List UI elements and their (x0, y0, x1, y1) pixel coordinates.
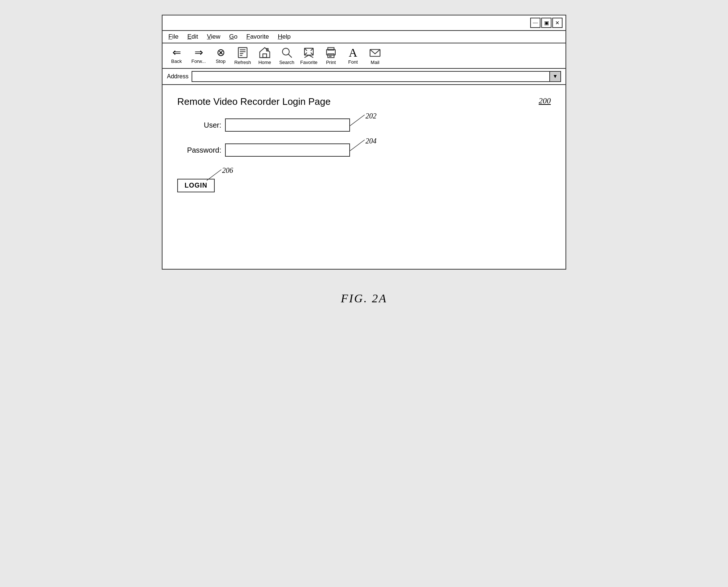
close-icon: ✕ (555, 20, 560, 26)
mail-button[interactable]: Mail (365, 46, 385, 65)
svg-point-9 (282, 48, 289, 55)
home-label: Home (258, 60, 271, 65)
refresh-button[interactable]: Refresh (233, 46, 252, 65)
content-area: Remote Video Recorder Login Page 200 Use… (163, 85, 565, 269)
stop-button[interactable]: ⊗ Stop (211, 47, 230, 64)
page-title: Remote Video Recorder Login Page (177, 96, 331, 107)
toolbar: ⇐ Back ⇒ Forw... ⊗ Stop Refresh (163, 43, 565, 69)
forward-label: Forw... (191, 58, 206, 64)
print-icon (325, 46, 337, 59)
svg-line-10 (288, 54, 292, 57)
user-ref-label: 202 (365, 112, 377, 120)
favorite-label: Favorite (300, 60, 318, 65)
browser-window: — ▣ ✕ File Edit View Go Favorite Help (162, 15, 566, 270)
stop-icon: ⊗ (217, 47, 225, 58)
login-form: User: 202 Password: (177, 118, 551, 164)
home-button[interactable]: Home (255, 46, 274, 65)
svg-rect-18 (328, 54, 334, 57)
login-ref-label: 206 (222, 166, 233, 175)
search-icon (281, 46, 293, 59)
back-button[interactable]: ⇐ Back (167, 47, 186, 64)
login-section: LOGIN 206 (177, 179, 551, 192)
password-ref-line (350, 140, 379, 154)
svg-line-22 (350, 115, 365, 126)
login-button[interactable]: LOGIN (177, 179, 215, 192)
address-dropdown-button[interactable]: ▼ (549, 72, 560, 81)
search-label: Search (279, 60, 294, 65)
print-button[interactable]: Print (321, 46, 340, 65)
password-ref-annotation: 204 (350, 140, 379, 156)
svg-rect-0 (238, 47, 247, 57)
password-label: Password: (177, 146, 221, 154)
password-input[interactable] (225, 143, 350, 157)
svg-line-23 (350, 140, 365, 151)
font-icon: A (349, 47, 357, 58)
restore-button[interactable]: ▣ (541, 18, 552, 28)
user-input[interactable] (225, 118, 350, 132)
menu-help[interactable]: Help (278, 33, 290, 40)
user-ref-annotation: 202 (350, 115, 379, 131)
figure-caption: FIG. 2A (341, 292, 387, 305)
user-label: User: (177, 121, 221, 129)
restore-icon: ▣ (544, 20, 549, 26)
favorite-icon (303, 46, 315, 59)
menu-edit[interactable]: Edit (187, 33, 198, 40)
stop-label: Stop (216, 58, 226, 64)
forward-icon: ⇒ (195, 47, 203, 58)
print-label: Print (326, 60, 336, 65)
password-row: Password: 204 (177, 143, 551, 157)
page-ref-label: 200 (539, 96, 551, 106)
page-header: Remote Video Recorder Login Page 200 (177, 96, 551, 107)
forward-button[interactable]: ⇒ Forw... (189, 47, 208, 64)
address-bar: Address ▼ (163, 69, 565, 85)
address-label: Address (167, 73, 189, 80)
back-icon: ⇐ (172, 47, 181, 58)
title-bar: — ▣ ✕ (163, 15, 565, 31)
home-icon (258, 46, 271, 59)
font-label: Font (348, 59, 358, 65)
svg-rect-6 (263, 54, 267, 57)
address-input[interactable] (192, 72, 549, 81)
dropdown-arrow-icon: ▼ (553, 74, 558, 79)
menu-file[interactable]: File (168, 33, 178, 40)
svg-rect-17 (328, 47, 334, 50)
mail-label: Mail (371, 60, 379, 65)
title-bar-buttons: — ▣ ✕ (530, 18, 563, 28)
close-button[interactable]: ✕ (552, 18, 563, 28)
menu-bar: File Edit View Go Favorite Help (163, 31, 565, 43)
font-button[interactable]: A Font (343, 47, 363, 65)
menu-view[interactable]: View (207, 33, 221, 40)
search-button[interactable]: Search (277, 46, 296, 65)
back-label: Back (171, 58, 182, 64)
address-input-wrapper: ▼ (192, 71, 561, 82)
menu-go[interactable]: Go (229, 33, 238, 40)
password-ref-label: 204 (365, 137, 377, 145)
favorite-button[interactable]: Favorite (299, 46, 318, 65)
refresh-icon (236, 46, 249, 59)
user-row: User: 202 (177, 118, 551, 132)
user-ref-line (350, 115, 379, 129)
menu-favorite[interactable]: Favorite (246, 33, 269, 40)
refresh-label: Refresh (234, 60, 251, 65)
minimize-button[interactable]: — (530, 18, 540, 28)
mail-icon (369, 46, 381, 59)
minimize-icon: — (533, 20, 538, 26)
